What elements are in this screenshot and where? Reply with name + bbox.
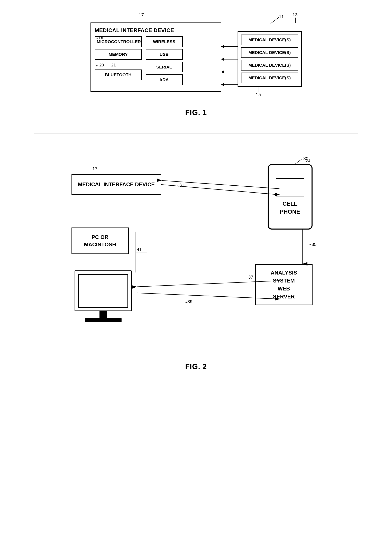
ref-19: ↳19 — [95, 35, 103, 40]
mid-outer-label: MEDICAL INTERFACE DEVICE — [95, 27, 217, 33]
analysis-box: ANALYSIS SYSTEM WEB SERVER — [255, 264, 313, 305]
ref-11: 11 — [279, 14, 284, 20]
mid-right-col: WIRELESS USB SERIAL IrDA — [146, 36, 183, 85]
arrow-4 — [221, 79, 238, 90]
cell-phone-label: CELL PHONE — [280, 200, 300, 216]
monitor-screen-inner — [78, 274, 128, 308]
monitor — [75, 270, 132, 322]
monitor-base — [85, 318, 121, 322]
monitor-screen — [75, 270, 132, 311]
arrow-2 — [221, 54, 238, 65]
usb-box: USB — [146, 49, 183, 60]
ref-35: ~35 — [309, 242, 316, 247]
fig2-diagram: 30 MEDICAL INTERFACE DEVICE 17 CELL PHON… — [63, 154, 329, 354]
fig1-section: 17 11 MEDICAL INTERFACE DEVICE ↳19 — [16, 12, 376, 117]
page-container: 17 11 MEDICAL INTERFACE DEVICE ↳19 — [0, 0, 392, 538]
medical-devices-outer: MEDICAL DEVICE(S) MEDICAL DEVICE(S) MEDI… — [238, 31, 302, 87]
pc-mac-label: PC OR MACINTOSH — [84, 233, 116, 248]
ref-33: 33 — [305, 158, 311, 169]
med-device-3: MEDICAL DEVICE(S) — [241, 60, 298, 71]
ref-13: 13 — [293, 12, 297, 23]
ref-31: ↴31 — [176, 183, 184, 188]
arrow-3 — [221, 67, 238, 77]
med-device-2: MEDICAL DEVICE(S) — [241, 47, 298, 58]
mid-box-fig2: MEDICAL INTERFACE DEVICE — [71, 174, 161, 195]
cell-phone-box: CELL PHONE — [268, 164, 313, 230]
irda-box: IrDA — [146, 74, 183, 85]
ref-41: 41 — [137, 247, 142, 252]
fig1-caption: FIG. 1 — [185, 108, 207, 117]
arrows-col — [221, 41, 238, 90]
ref-17-fig1: 17 — [139, 12, 144, 24]
wireless-box: WIRELESS — [146, 36, 183, 47]
fig2-section: 30 MEDICAL INTERFACE DEVICE 17 CELL PHON… — [16, 148, 376, 371]
bluetooth-box: BLUETOOTH — [95, 70, 142, 80]
mid-left-col: MICROCONTROLLER MEMORY ↳23 21 BLUETOOTH — [95, 36, 142, 85]
svg-line-1 — [294, 159, 302, 165]
mid-outer-box: MEDICAL INTERFACE DEVICE ↳19 MICROCONTRO… — [90, 23, 221, 92]
ref-39: ↳39 — [184, 299, 192, 304]
ref-37: ~37 — [246, 274, 253, 280]
medical-devices-section: 13 MEDICAL DEVICE(S) MEDICAL DEVICE(S) M… — [238, 23, 302, 87]
arrow-1 — [221, 41, 238, 52]
med-device-1: MEDICAL DEVICE(S) — [241, 34, 298, 45]
analysis-label: ANALYSIS SYSTEM WEB SERVER — [271, 269, 297, 301]
mid-label-fig2: MEDICAL INTERFACE DEVICE — [78, 181, 155, 188]
pc-mac-box: PC OR MACINTOSH — [71, 227, 129, 254]
cell-phone-screen — [276, 178, 304, 196]
ref-17-fig2: 17 — [90, 166, 100, 178]
monitor-neck — [99, 311, 107, 318]
fig2-caption: FIG. 2 — [185, 362, 207, 371]
serial-box: SERIAL — [146, 62, 183, 72]
ref-15: 15 — [256, 87, 261, 97]
med-device-4: MEDICAL DEVICE(S) — [241, 73, 298, 83]
ref-23-21: ↳23 21 — [95, 62, 142, 67]
memory-box: MEMORY — [95, 49, 142, 60]
